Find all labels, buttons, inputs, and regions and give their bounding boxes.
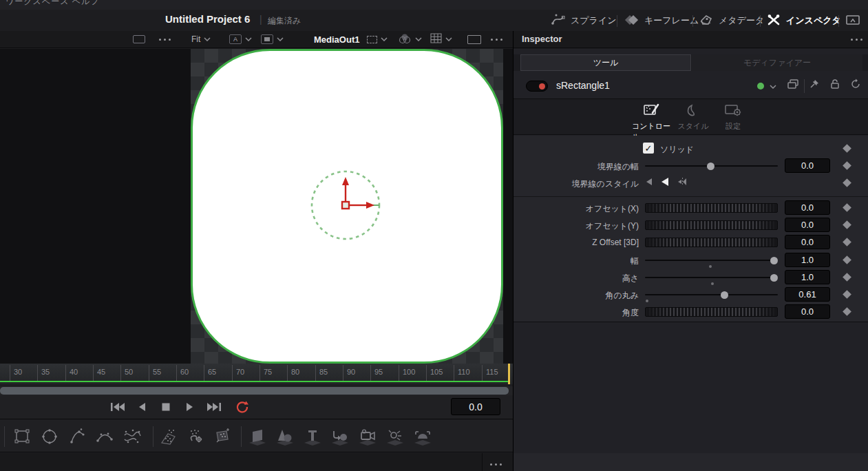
keyframe-diamond-icon[interactable] xyxy=(843,273,851,282)
right-viewer-layout-button[interactable] xyxy=(467,31,481,48)
color-controls-dropdown[interactable] xyxy=(398,31,422,48)
border-style-solid-icon[interactable] xyxy=(660,176,670,190)
tab-controls[interactable]: コントロール xyxy=(632,103,672,132)
status-green-dot[interactable] xyxy=(757,83,764,90)
angle-value[interactable]: 0.0 xyxy=(785,304,830,319)
roi-dropdown[interactable] xyxy=(367,31,388,48)
render-range-bar xyxy=(0,381,508,382)
spline-button[interactable]: スプライン xyxy=(551,12,617,30)
version-history-icon[interactable] xyxy=(850,78,861,92)
ruler-tick: 35 xyxy=(41,368,50,376)
height-value[interactable]: 1.0 xyxy=(785,270,830,284)
inspector-options-button[interactable] xyxy=(851,31,862,48)
sgrid-tool-button[interactable] xyxy=(184,425,207,448)
viewer-mode-dropdown[interactable] xyxy=(261,31,284,48)
effects-options-button[interactable] xyxy=(490,456,502,471)
menu-bar[interactable]: ワークスペース ヘルプ xyxy=(0,0,868,10)
keyframes-button[interactable]: キーフレーム xyxy=(623,12,699,30)
node-enable-toggle[interactable] xyxy=(526,81,548,92)
offset-y-value[interactable]: 0.0 xyxy=(785,218,830,232)
play-button[interactable] xyxy=(182,399,198,415)
offset-x-value[interactable]: 0.0 xyxy=(785,200,830,215)
keyframe-diamond-icon[interactable] xyxy=(843,220,851,229)
border-width-value[interactable]: 0.0 xyxy=(785,158,830,173)
sellipse-tool-button[interactable] xyxy=(38,425,61,448)
merge3d-tool-button[interactable] xyxy=(328,425,352,448)
keyframe-diamond-icon[interactable] xyxy=(843,255,851,264)
clean-feed-button[interactable] xyxy=(845,12,860,30)
keyframe-diamond-icon[interactable] xyxy=(843,307,851,316)
viewer-canvas[interactable] xyxy=(0,49,513,364)
corner-radius-slider[interactable] xyxy=(645,287,778,302)
metadata-button[interactable]: メタデータ xyxy=(699,12,764,30)
guides-dropdown[interactable] xyxy=(430,31,452,48)
keyframe-diamond-icon[interactable] xyxy=(843,178,851,187)
camera3d-tool-button[interactable] xyxy=(356,425,379,448)
corner-radius-value[interactable]: 0.61 xyxy=(785,287,830,302)
right-viewer-options-button[interactable] xyxy=(491,31,502,48)
chevron-down-icon[interactable] xyxy=(770,85,776,89)
channel-dropdown[interactable]: A xyxy=(229,31,252,48)
play-reverse-button[interactable] xyxy=(134,399,149,415)
z-offset-value[interactable]: 0.0 xyxy=(785,235,830,249)
angle-label: 角度 xyxy=(622,307,639,319)
smultipoly-tool-button[interactable] xyxy=(120,425,144,448)
stop-button[interactable] xyxy=(158,399,173,415)
current-time-field[interactable]: 0.0 xyxy=(451,398,500,415)
keyframe-diamond-icon[interactable] xyxy=(843,144,851,153)
loop-button[interactable] xyxy=(235,399,250,415)
tab-settings[interactable]: 設定 xyxy=(713,103,753,132)
ruler-tick: 65 xyxy=(208,368,216,376)
menu-items-clipped[interactable]: ワークスペース ヘルプ xyxy=(6,0,100,8)
tab-modifiers[interactable]: モディファイアー xyxy=(692,54,862,71)
angle-thumbwheel[interactable] xyxy=(645,307,778,317)
time-ruler[interactable]: 30 35 40 45 50 55 60 65 70 75 80 85 90 9… xyxy=(0,364,513,384)
keyframe-diamond-icon[interactable] xyxy=(843,238,851,247)
border-style-row: 境界線のスタイル xyxy=(514,176,868,191)
inspector-button[interactable]: インスペクタ xyxy=(766,12,841,30)
chevron-down-icon xyxy=(381,37,388,41)
spotlight-tool-button[interactable] xyxy=(383,425,407,448)
height-slider[interactable] xyxy=(645,270,778,285)
zoom-fit-dropdown[interactable]: Fit xyxy=(191,31,211,48)
metadata-icon xyxy=(699,13,714,29)
border-style-dash-icon[interactable] xyxy=(677,177,688,189)
tab-style[interactable]: スタイル xyxy=(673,103,713,132)
copy-settings-icon[interactable] xyxy=(787,78,799,92)
go-to-start-button[interactable] xyxy=(110,399,125,415)
z-offset-thumbwheel[interactable] xyxy=(645,238,778,247)
solid-checkbox[interactable]: ✓ xyxy=(643,143,654,154)
timeline-scrollbar[interactable] xyxy=(0,386,513,395)
text3d-tool-button[interactable] xyxy=(301,425,324,448)
offset-x-row: オフセット(X) 0.0 xyxy=(514,200,868,216)
angle-row: 角度 0.0 xyxy=(514,304,868,320)
imageplane3d-tool-button[interactable] xyxy=(246,425,269,448)
left-viewer-options-button[interactable] xyxy=(159,31,171,48)
left-viewer-layout-button[interactable] xyxy=(133,31,145,48)
offset-x-thumbwheel[interactable] xyxy=(645,203,778,213)
go-to-end-button[interactable] xyxy=(207,399,222,415)
pin-icon[interactable] xyxy=(809,78,820,92)
renderer3d-tool-button[interactable] xyxy=(411,425,434,448)
srender-tool-button[interactable] xyxy=(211,425,235,448)
width-value[interactable]: 1.0 xyxy=(785,253,830,267)
lock-icon[interactable] xyxy=(829,78,840,92)
transform-control[interactable] xyxy=(297,157,394,253)
scrollbar-thumb[interactable] xyxy=(0,387,509,395)
keyframe-diamond-icon[interactable] xyxy=(843,203,851,212)
ruler-tick: 80 xyxy=(291,368,299,376)
offset-y-thumbwheel[interactable] xyxy=(645,220,778,230)
border-style-bevel-icon[interactable] xyxy=(645,177,653,189)
width-slider[interactable] xyxy=(645,253,778,268)
keyframe-diamond-icon[interactable] xyxy=(843,161,851,170)
sduplicate-tool-button[interactable] xyxy=(156,425,180,448)
srectangle-tool-button[interactable] xyxy=(10,425,34,448)
playhead[interactable] xyxy=(508,364,510,384)
shape3d-tool-button[interactable] xyxy=(273,425,297,448)
viewer-image-area[interactable] xyxy=(191,49,503,364)
border-width-slider[interactable] xyxy=(645,158,778,174)
spolyline-tool-button[interactable] xyxy=(65,425,89,448)
keyframe-diamond-icon[interactable] xyxy=(843,290,851,299)
sbspline-tool-button[interactable] xyxy=(93,425,116,448)
tab-tools[interactable]: ツール xyxy=(520,54,691,71)
